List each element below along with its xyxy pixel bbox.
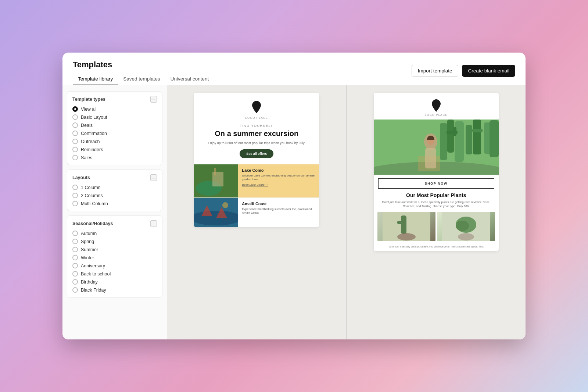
- radio-multicol[interactable]: Multi-Column: [72, 201, 157, 206]
- radio-label-outreach: Outreach: [81, 139, 100, 144]
- collapse-layouts-button[interactable]: —: [150, 174, 157, 181]
- radio-circle-2col: [72, 193, 78, 198]
- radio-confirmation[interactable]: Confirmation: [72, 131, 157, 136]
- templates-area: LOGO PLACE FIND YOURSELF On a summer exc…: [167, 85, 526, 339]
- filter-section-header-seasonal: Seasonal/Holidays —: [72, 220, 157, 227]
- svg-rect-27: [425, 148, 436, 168]
- email2-hero-svg: [374, 120, 499, 175]
- header: Templates Template library Saved templat…: [62, 53, 526, 85]
- email-card-body-amalfi: Amalfi Coast Experience breathtaking sun…: [238, 198, 319, 227]
- radio-circle-confirmation: [72, 131, 78, 136]
- radio-circle-back-to-school: [72, 271, 78, 277]
- email2-plant-image-2: [437, 212, 495, 241]
- svg-rect-20: [490, 120, 499, 157]
- tabs: Template library Saved templates Univers…: [73, 73, 214, 85]
- email-hero-title: On a summer excursion: [201, 129, 312, 138]
- svg-rect-31: [397, 221, 406, 224]
- radio-winter[interactable]: Winter: [72, 255, 157, 260]
- radio-circle-summer: [72, 247, 78, 252]
- radio-back-to-school[interactable]: Back to school: [72, 271, 157, 277]
- email-logo-text: LOGO PLACE: [245, 116, 268, 120]
- filter-title-seasonal: Seasonal/Holidays: [72, 221, 113, 226]
- radio-circle-birthday: [72, 279, 78, 285]
- filter-section-template-types: Template types — View all Basic Layout D…: [67, 91, 162, 165]
- radio-circle-1col: [72, 185, 78, 190]
- radio-label-2col: 2 Columns: [81, 193, 103, 198]
- filter-title-types: Template types: [72, 97, 105, 102]
- template-col-2[interactable]: LOGO PLACE: [347, 85, 526, 339]
- sidebar: Template types — View all Basic Layout D…: [62, 85, 167, 339]
- radio-label-1col: 1 Column: [81, 185, 101, 190]
- app-window: Templates Template library Saved templat…: [62, 53, 526, 339]
- radio-circle-deals: [72, 122, 78, 128]
- radio-2col[interactable]: 2 Columns: [72, 193, 157, 198]
- email-cta-button: See all offers: [240, 149, 273, 158]
- radio-anniversary[interactable]: Anniversary: [72, 263, 157, 268]
- header-left: Templates Template library Saved templat…: [73, 60, 214, 85]
- radio-circle-multicol: [72, 201, 78, 206]
- create-blank-email-button[interactable]: Create blank email: [462, 65, 515, 77]
- svg-point-35: [456, 221, 469, 231]
- collapse-seasonal-button[interactable]: —: [150, 220, 157, 227]
- email-logo-icon: [247, 100, 266, 115]
- email2-logo-text: LOGO PLACE: [425, 113, 448, 117]
- email2-logo-icon: [427, 99, 446, 113]
- email-hero: FIND YOURSELF On a summer excursion Enjo…: [194, 124, 319, 164]
- radio-birthday[interactable]: Birthday: [72, 279, 157, 285]
- email-card-link-como: Book Lake Como →: [242, 183, 315, 186]
- svg-rect-14: [440, 123, 447, 160]
- radio-circle-sales: [72, 155, 78, 160]
- email2-section-desc: Don't just take our work for it, these s…: [374, 200, 499, 208]
- email2-hero-image: [374, 120, 499, 175]
- email2-logo-area: LOGO PLACE: [374, 93, 499, 120]
- tab-saved-templates[interactable]: Saved templates: [118, 73, 165, 85]
- radio-label-birthday: Birthday: [81, 279, 98, 285]
- radio-label-back-to-school: Back to school: [81, 271, 111, 277]
- tab-universal-content[interactable]: Universal content: [165, 73, 214, 85]
- radio-basic-layout[interactable]: Basic Layout: [72, 114, 157, 120]
- import-template-button[interactable]: Import template: [412, 65, 459, 77]
- radio-label-summer: Summer: [81, 247, 98, 252]
- filter-section-layouts: Layouts — 1 Column 2 Columns Multi-Colum…: [67, 170, 162, 211]
- email2-image-row: [374, 212, 499, 245]
- radio-outreach[interactable]: Outreach: [72, 139, 157, 144]
- radio-circle-anniversary: [72, 263, 78, 268]
- svg-rect-4: [212, 172, 223, 186]
- radio-label-confirmation: Confirmation: [81, 131, 107, 136]
- email-card-desc-amalfi: Experience breathtaking sunsets over the…: [242, 207, 315, 215]
- svg-point-32: [397, 233, 416, 240]
- radio-label-deals: Deals: [81, 123, 93, 128]
- radio-label-multicol: Multi-Column: [81, 201, 108, 206]
- template-col-1[interactable]: LOGO PLACE FIND YOURSELF On a summer exc…: [167, 85, 347, 339]
- email-hero-desc: Enjoy up to $200 off our most popular tr…: [201, 141, 312, 146]
- svg-point-10: [222, 202, 228, 208]
- radio-circle-winter: [72, 255, 78, 260]
- radio-black-friday[interactable]: Black Friday: [72, 287, 157, 293]
- collapse-types-button[interactable]: —: [150, 96, 157, 103]
- main-content: Template types — View all Basic Layout D…: [62, 85, 526, 339]
- radio-label-sales: Sales: [81, 155, 92, 160]
- filter-section-header-types: Template types —: [72, 96, 157, 103]
- amalfi-image: [194, 198, 238, 227]
- radio-circle-black-friday: [72, 287, 78, 293]
- plant-img-2-svg: [437, 212, 495, 241]
- radio-view-all[interactable]: View all: [72, 106, 157, 112]
- radio-circle-basic-layout: [72, 114, 78, 120]
- radio-summer[interactable]: Summer: [72, 247, 157, 252]
- email-hero-sub: FIND YOURSELF: [201, 124, 312, 128]
- email-card-desc-como: Uncover Lake Como's enchanting beauty on…: [242, 174, 315, 182]
- radio-autumn[interactable]: Autumn: [72, 231, 157, 236]
- email2-footer-text: With your specialty plant purchase, you …: [374, 245, 499, 251]
- email-preview-plants[interactable]: LOGO PLACE: [374, 93, 499, 251]
- svg-rect-15: [447, 120, 454, 153]
- radio-label-winter: Winter: [81, 255, 94, 260]
- radio-spring[interactable]: Spring: [72, 239, 157, 244]
- tab-template-library[interactable]: Template library: [73, 73, 118, 85]
- radio-label-anniversary: Anniversary: [81, 263, 105, 268]
- radio-sales[interactable]: Sales: [72, 155, 157, 160]
- email-preview-travel[interactable]: LOGO PLACE FIND YOURSELF On a summer exc…: [194, 93, 319, 227]
- radio-1col[interactable]: 1 Column: [72, 185, 157, 190]
- radio-deals[interactable]: Deals: [72, 122, 157, 128]
- email-card-body-como: Lake Como Uncover Lake Como's enchanting…: [238, 164, 319, 197]
- radio-reminders[interactable]: Reminders: [72, 147, 157, 152]
